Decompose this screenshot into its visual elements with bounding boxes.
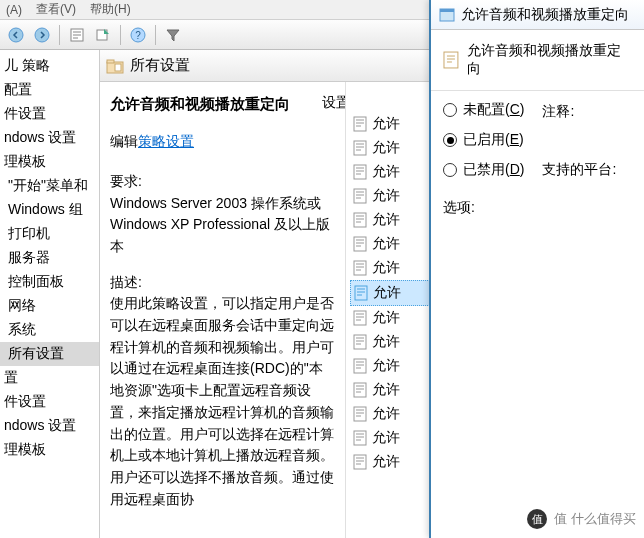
svg-rect-12 <box>354 189 366 203</box>
nav-fwd-button[interactable] <box>30 23 54 47</box>
detail-pane: 设置 允许音频和视频播放重定向 编辑策略设置 要求: Windows Serve… <box>100 82 345 538</box>
policy-icon <box>352 260 368 276</box>
policy-title: 允许音频和视频播放重定向 <box>110 92 335 115</box>
tree-item[interactable]: Windows 组 <box>0 198 99 222</box>
svg-rect-25 <box>440 9 454 12</box>
edit-policy-link[interactable]: 策略设置 <box>138 133 194 149</box>
radio-disabled[interactable]: 已禁用(D) <box>443 161 524 179</box>
options-label: 选项: <box>431 189 644 227</box>
policy-icon <box>352 406 368 422</box>
policy-icon <box>352 116 368 132</box>
tree-item[interactable]: 系统 <box>0 318 99 342</box>
menu-view[interactable]: 查看(V) <box>36 1 76 18</box>
toolbar-separator <box>120 25 121 45</box>
dialog-titlebar[interactable]: 允许音频和视频播放重定向 <box>431 0 644 30</box>
svg-rect-26 <box>444 52 458 68</box>
help-button[interactable]: ? <box>126 23 150 47</box>
policy-icon <box>353 285 369 301</box>
nav-back-button[interactable] <box>4 23 28 47</box>
tree-item[interactable]: 配置 <box>0 78 99 102</box>
policy-icon <box>352 236 368 252</box>
tree-item[interactable]: "开始"菜单和 <box>0 174 99 198</box>
tree-item[interactable]: 儿 策略 <box>0 54 99 78</box>
dialog-title-text: 允许音频和视频播放重定向 <box>461 6 629 24</box>
platform-label: 支持的平台: <box>542 161 616 179</box>
tree-item-all-settings[interactable]: 所有设置 <box>0 342 99 366</box>
radio-not-configured[interactable]: 未配置(C) <box>443 101 524 119</box>
svg-rect-20 <box>354 383 366 397</box>
radio-group: 未配置(C) 已启用(E) 已禁用(D) <box>443 101 524 179</box>
svg-rect-8 <box>115 64 121 71</box>
policy-icon <box>352 140 368 156</box>
policy-icon <box>352 164 368 180</box>
svg-rect-15 <box>354 261 366 275</box>
policy-icon <box>352 382 368 398</box>
tree-item[interactable]: 件设置 <box>0 102 99 126</box>
tree-item[interactable]: 服务器 <box>0 246 99 270</box>
svg-rect-18 <box>354 335 366 349</box>
svg-rect-23 <box>354 455 366 469</box>
tree-item[interactable]: ndows 设置 <box>0 126 99 150</box>
policy-icon <box>352 334 368 350</box>
dialog-icon <box>439 7 455 23</box>
dialog-policy-field: 允许音频和视频播放重定向 <box>431 30 644 91</box>
properties-button[interactable] <box>65 23 89 47</box>
description: 描述: 使用此策略设置，可以指定用户是否可以在远程桌面服务会话中重定向远程计算机… <box>110 272 335 511</box>
svg-point-0 <box>9 28 23 42</box>
dialog-body: 未配置(C) 已启用(E) 已禁用(D) 注释: 支持的平台: <box>431 91 644 189</box>
tree-item[interactable]: ndows 设置 <box>0 414 99 438</box>
svg-text:?: ? <box>135 30 141 41</box>
radio-enabled[interactable]: 已启用(E) <box>443 131 524 149</box>
svg-rect-7 <box>107 60 114 63</box>
svg-rect-21 <box>354 407 366 421</box>
content-header-title: 所有设置 <box>130 56 190 75</box>
column-header-settings[interactable]: 设置 <box>322 92 345 114</box>
svg-rect-9 <box>354 117 366 131</box>
policy-doc-icon <box>441 50 461 70</box>
policy-icon <box>352 454 368 470</box>
tree-item[interactable]: 打印机 <box>0 222 99 246</box>
svg-point-1 <box>35 28 49 42</box>
policy-icon <box>352 212 368 228</box>
svg-rect-11 <box>354 165 366 179</box>
folder-icon <box>106 57 124 75</box>
watermark-icon: 值 <box>526 508 548 530</box>
dialog-policy-name: 允许音频和视频播放重定向 <box>467 42 634 78</box>
svg-rect-17 <box>354 311 366 325</box>
svg-rect-16 <box>355 286 367 300</box>
comment-label: 注释: <box>542 103 616 121</box>
toolbar-separator <box>155 25 156 45</box>
policy-icon <box>352 188 368 204</box>
menu-prefix: (A) <box>6 3 22 17</box>
svg-rect-22 <box>354 431 366 445</box>
svg-text:值: 值 <box>532 513 543 525</box>
filter-button[interactable] <box>161 23 185 47</box>
tree-item[interactable]: 理模板 <box>0 150 99 174</box>
watermark-text: 值 什么值得买 <box>554 510 636 528</box>
tree-item[interactable]: 网络 <box>0 294 99 318</box>
edit-line: 编辑策略设置 <box>110 131 335 153</box>
svg-rect-10 <box>354 141 366 155</box>
svg-rect-19 <box>354 359 366 373</box>
policy-icon <box>352 430 368 446</box>
tree-item[interactable]: 理模板 <box>0 438 99 462</box>
menu-help[interactable]: 帮助(H) <box>90 1 131 18</box>
svg-rect-14 <box>354 237 366 251</box>
tree-item[interactable]: 件设置 <box>0 390 99 414</box>
tree-item[interactable]: 置 <box>0 366 99 390</box>
policy-icon <box>352 358 368 374</box>
side-labels: 注释: 支持的平台: <box>542 101 616 179</box>
tree-item[interactable]: 控制面板 <box>0 270 99 294</box>
export-button[interactable] <box>91 23 115 47</box>
policy-icon <box>352 310 368 326</box>
policy-dialog: 允许音频和视频播放重定向 允许音频和视频播放重定向 未配置(C) 已启用(E) … <box>429 0 644 538</box>
requirements: 要求: Windows Server 2003 操作系统或 Windows XP… <box>110 171 335 258</box>
watermark: 值 值 什么值得买 <box>522 506 640 532</box>
toolbar-separator <box>59 25 60 45</box>
tree-nav[interactable]: 儿 策略 配置 件设置 ndows 设置 理模板 "开始"菜单和 Windows… <box>0 50 100 538</box>
svg-rect-13 <box>354 213 366 227</box>
